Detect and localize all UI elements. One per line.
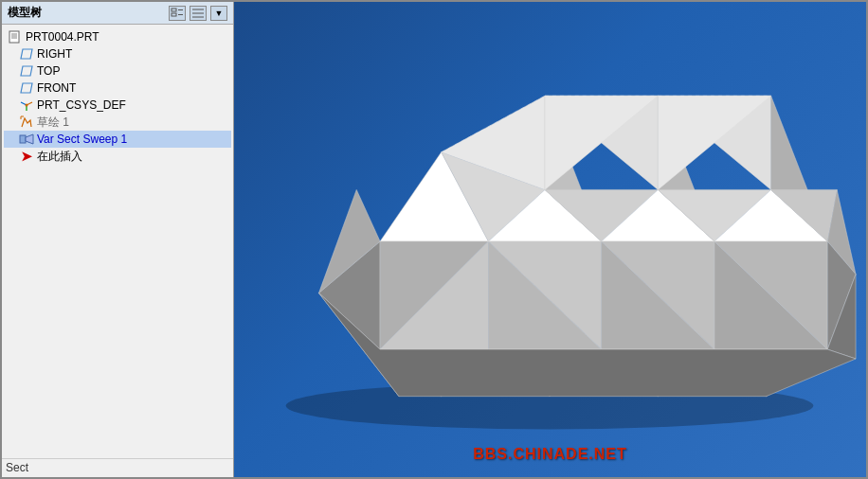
plane-icon-right [19, 47, 34, 61]
svg-rect-7 [9, 31, 19, 43]
tree-item-top[interactable]: TOP [4, 62, 231, 80]
csys-icon [19, 98, 34, 112]
svg-marker-12 [21, 66, 32, 76]
svg-marker-13 [21, 83, 32, 93]
main-content: 模型树 [2, 2, 866, 477]
sketch-label: 草绘 1 [37, 115, 69, 131]
svg-rect-20 [20, 135, 26, 143]
panel-header: 模型树 [2, 2, 233, 25]
tree-item-csys[interactable]: PRT_CSYS_DEF [4, 97, 231, 114]
svg-point-17 [26, 104, 28, 107]
tree-dropdown-icon[interactable]: ▼ [210, 6, 227, 21]
svg-marker-21 [26, 134, 33, 144]
plane-icon-top [19, 64, 34, 78]
tree-item-front[interactable]: FRONT [4, 80, 231, 97]
3d-shape [234, 2, 866, 477]
sect-text: Sect [2, 458, 233, 477]
viewport[interactable]: BBS.CHINADE.NET [234, 2, 866, 477]
insert-icon: ➤ [19, 150, 34, 163]
panel-header-icons: ▼ [169, 6, 227, 21]
left-panel: 模型树 [2, 2, 234, 477]
panel-title: 模型树 [8, 5, 42, 21]
svg-rect-0 [172, 9, 176, 11]
app-container: 模型树 [0, 0, 868, 479]
insert-label: 在此插入 [37, 149, 82, 165]
sketch-icon [19, 115, 34, 129]
tree-content[interactable]: PRT0004.PRT RIGHT [2, 25, 233, 458]
watermark: BBS.CHINADE.NET [473, 446, 627, 463]
tree-item-sketch[interactable]: 草绘 1 [4, 114, 231, 131]
plane-icon-front [19, 81, 34, 95]
svg-marker-11 [21, 49, 32, 59]
tree-item-right[interactable]: RIGHT [4, 45, 231, 62]
tree-item-sweep[interactable]: Var Sect Sweep 1 [4, 131, 231, 148]
tree-settings-icon[interactable] [169, 6, 186, 21]
front-label: FRONT [37, 81, 76, 95]
right-label: RIGHT [37, 47, 72, 61]
file-icon [8, 30, 23, 44]
top-label: TOP [37, 64, 60, 78]
tree-item-prt[interactable]: PRT0004.PRT [4, 28, 231, 45]
svg-rect-1 [172, 13, 176, 16]
sweep-label: Var Sect Sweep 1 [37, 133, 127, 146]
tree-item-insert[interactable]: ➤ 在此插入 [4, 148, 231, 165]
sweep-icon [19, 133, 34, 146]
tree-expand-icon[interactable] [190, 6, 207, 21]
prt-label: PRT0004.PRT [26, 30, 99, 44]
csys-label: PRT_CSYS_DEF [37, 98, 126, 112]
